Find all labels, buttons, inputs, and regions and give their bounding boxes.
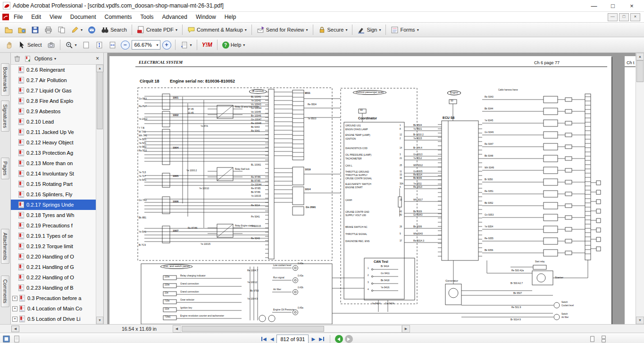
tab-signatures[interactable]: Signatures [1, 100, 9, 132]
bookmarks-close-button[interactable]: × [94, 55, 100, 62]
document-status-icon[interactable] [3, 335, 10, 343]
menu-comments[interactable]: Comments [100, 13, 136, 21]
bookmark-expander[interactable]: + [12, 306, 17, 311]
menu-edit[interactable]: Edit [27, 13, 45, 21]
bookmark-item[interactable]: 0.2.13 Protection Ag [11, 148, 96, 158]
scrollbar-thumb[interactable] [182, 326, 324, 332]
window-close-button[interactable]: × [622, 2, 641, 9]
bookmark-item[interactable]: 0.2.7 Liquid Or Gas [11, 85, 96, 96]
bookmark-item[interactable]: 0.2.10 Lead [11, 117, 96, 127]
create-pdf-button[interactable]: Create PDF▾ [134, 24, 180, 36]
menu-view[interactable]: View [45, 13, 66, 21]
dropdown-caret-icon[interactable]: ▾ [157, 43, 159, 47]
bookmark-item[interactable]: +0.5 Location of Drive Li [11, 314, 96, 324]
bookmark-item[interactable]: 0.2.12 Heavy Object [11, 137, 96, 148]
save-button[interactable] [29, 24, 42, 36]
bookmark-expander[interactable]: + [12, 296, 17, 301]
menu-file[interactable]: File [9, 13, 27, 21]
yahoo-messenger-button[interactable]: Y!M [200, 39, 215, 51]
scroll-left-button[interactable]: ◀ [173, 325, 181, 333]
open-button[interactable] [2, 24, 15, 36]
select-tool-button[interactable]: Select [16, 39, 44, 51]
bookmark-item[interactable]: 0.2.6 Reingerant [11, 65, 96, 75]
bookmark-item[interactable]: 0.2.13 More than on [11, 158, 96, 168]
hand-tool-button[interactable] [2, 39, 15, 51]
menu-document[interactable]: Document [66, 13, 100, 21]
window-minimize-button[interactable]: — [585, 2, 603, 9]
bookmarks-scrollbar[interactable]: ▲ ▼ [96, 65, 103, 324]
menu-tools[interactable]: Tools [136, 13, 158, 21]
bookmarks-options-button[interactable]: Options▾ [34, 56, 56, 61]
vertical-scrollbar[interactable]: ▲ ▼ [636, 53, 644, 324]
bookmark-item[interactable]: +0.4 Location of Main Co [11, 303, 96, 314]
bookmark-item[interactable]: 0.2.7 Air Pollution [11, 75, 96, 85]
sign-button[interactable]: Sign▾ [355, 24, 383, 36]
snapshot-tool-button[interactable] [45, 39, 58, 51]
help-button[interactable]: ?Help▾ [220, 39, 248, 51]
page-view-icon[interactable] [13, 335, 20, 343]
continuous-view-button[interactable] [600, 335, 607, 343]
copy-button[interactable] [55, 24, 68, 36]
last-page-button[interactable]: ▶ [318, 335, 325, 343]
panel-splitter[interactable] [104, 53, 108, 324]
new-bookmark-button[interactable] [24, 55, 31, 62]
print-button[interactable] [42, 24, 55, 36]
menu-advanced[interactable]: Advanced [158, 13, 192, 21]
menu-help[interactable]: Help [220, 13, 241, 21]
zoom-tool-button[interactable]: ▾ [63, 39, 79, 51]
page-display-button[interactable]: ▾ [178, 39, 194, 51]
scroll-up-button[interactable]: ▲ [96, 65, 103, 72]
scroll-right-button[interactable]: ▶ [402, 325, 410, 333]
scroll-down-button[interactable]: ▼ [96, 317, 103, 324]
scrollbar-thumb[interactable] [97, 72, 103, 129]
delete-bookmark-button[interactable] [14, 55, 21, 62]
previous-view-button[interactable] [335, 335, 343, 343]
tab-comments[interactable]: Comments [1, 276, 9, 307]
menu-window[interactable]: Window [192, 13, 220, 21]
bookmark-item[interactable]: 0.2.22 Handling of O [11, 272, 96, 283]
search-button[interactable]: Search [99, 24, 129, 36]
scroll-down-button[interactable]: ▼ [636, 317, 644, 324]
bookmark-item[interactable]: 0.2.18 Tyres and Wh [11, 210, 96, 220]
tab-bookmarks[interactable]: Bookmarks [1, 63, 9, 96]
scrollbar-thumb[interactable] [636, 60, 644, 82]
bookmark-item[interactable]: 0.2.16 Splinters, Fly [11, 189, 96, 200]
review-tracker-button[interactable]: ▾ [68, 24, 85, 36]
prev-page-button[interactable]: ◀ [269, 335, 275, 343]
bookmark-item[interactable]: 0.2.19.2 Torque limit [11, 241, 96, 251]
bookmark-item[interactable]: 0.2.21 Handling of G [11, 262, 96, 272]
tab-attachments[interactable]: Attachments [1, 229, 9, 264]
organizer-button[interactable] [16, 24, 28, 36]
single-page-view-button[interactable] [589, 335, 596, 343]
zoom-level-input[interactable] [134, 42, 156, 48]
fit-width-button[interactable] [106, 39, 119, 51]
first-page-button[interactable]: ◀ [260, 335, 268, 343]
next-page-button[interactable]: ▶ [310, 335, 316, 343]
bookmark-item[interactable]: 0.2.17 Springs Unde [11, 200, 96, 210]
bookmark-item[interactable]: 0.2.8 Fire And Explo [11, 96, 96, 106]
zoom-out-button[interactable]: − [121, 41, 130, 50]
page-number-input[interactable] [276, 335, 309, 343]
bookmark-item[interactable]: 0.2.11 Jacked Up Ve [11, 127, 96, 137]
bookmark-item[interactable]: 0.2.19.1 Types of se [11, 231, 96, 241]
doc-minimize-button[interactable]: — [608, 13, 618, 21]
bookmark-item[interactable]: 0.2.15 Rotating Part [11, 179, 96, 189]
zoom-in-button[interactable]: + [162, 41, 171, 50]
scroll-up-button[interactable]: ▲ [636, 53, 644, 60]
horizontal-scrollbar[interactable] [180, 325, 402, 333]
bookmark-item[interactable]: 0.2.19 Precautions f [11, 220, 96, 231]
doc-close-button[interactable]: × [630, 13, 640, 21]
secure-button[interactable]: Secure▾ [316, 24, 350, 36]
email-button[interactable] [85, 24, 98, 36]
window-maximize-button[interactable]: □ [603, 2, 622, 9]
collapse-panel-button[interactable]: ◀ [11, 326, 19, 332]
actual-size-button[interactable] [80, 39, 92, 51]
bookmark-item[interactable]: 0.2.20 Handling of O [11, 251, 96, 262]
comment-markup-button[interactable]: Comment & Markup▾ [185, 24, 249, 36]
bookmark-item[interactable]: 0.2.23 Handling of B [11, 283, 96, 293]
next-view-button[interactable] [345, 335, 353, 343]
bookmark-item[interactable]: +0.3 Precaution before a [11, 293, 96, 303]
bookmark-expander[interactable]: + [12, 317, 17, 322]
bookmark-item[interactable]: 0.2.9 Asbestos [11, 106, 96, 117]
doc-restore-button[interactable]: □ [619, 13, 629, 21]
